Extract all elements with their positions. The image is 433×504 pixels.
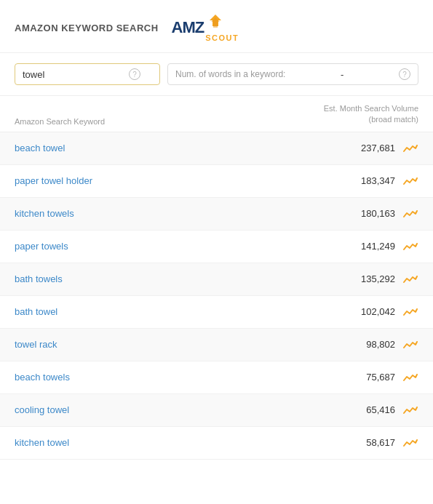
trend-icon (402, 404, 418, 416)
keyword-link[interactable]: beach towel (15, 143, 65, 153)
table-row: towel rack 98,802 (0, 329, 433, 361)
keyword-link[interactable]: kitchen towel (15, 437, 69, 448)
volume-number: 141,249 (348, 241, 395, 252)
trend-icon (402, 175, 418, 187)
volume-number: 183,347 (348, 175, 395, 186)
row-right: 237,681 (348, 143, 418, 154)
logo-icon (205, 13, 226, 33)
table-body: beach towel 237,681 paper towel holder 1… (0, 132, 433, 460)
table-row: beach towel 237,681 (0, 132, 433, 165)
logo-scout: SCOUT (205, 33, 239, 42)
num-words-label: Num. of words in a keyword: (175, 69, 285, 79)
table-row: paper towel holder 183,347 (0, 165, 433, 198)
keyword-link[interactable]: towel rack (15, 339, 57, 350)
volume-number: 65,416 (348, 404, 395, 415)
trend-icon (402, 339, 418, 351)
search-help-icon[interactable]: ? (129, 68, 140, 80)
col-volume-header: Est. Month Search Volume (broad match) (324, 103, 418, 126)
trend-icon (402, 306, 418, 318)
table-row: beach towels 75,687 (0, 361, 433, 394)
header: AMAZON KEYWORD SEARCH AMZ SCOUT (0, 0, 433, 53)
row-right: 141,249 (348, 241, 418, 252)
row-right: 65,416 (348, 404, 418, 416)
keyword-link[interactable]: bath towels (15, 273, 63, 284)
logo-scout-wrap: SCOUT (205, 13, 239, 42)
volume-number: 180,163 (348, 208, 395, 219)
search-bar: ? Num. of words in a keyword: - ? (0, 53, 433, 96)
row-right: 180,163 (348, 208, 418, 220)
volume-number: 237,681 (348, 143, 395, 153)
table-row: bath towels 135,292 (0, 263, 433, 296)
keyword-link[interactable]: cooling towel (15, 404, 69, 415)
trend-icon (402, 437, 418, 449)
volume-number: 98,802 (348, 339, 395, 350)
table-row: cooling towel 65,416 (0, 394, 433, 427)
keyword-link[interactable]: kitchen towels (15, 208, 74, 219)
table-row: bath towel 102,042 (0, 296, 433, 329)
keyword-link[interactable]: paper towels (15, 241, 68, 252)
trend-icon (402, 208, 418, 220)
logo-amz: AMZ (172, 18, 204, 37)
row-right: 58,617 (348, 437, 418, 449)
search-input-wrap[interactable]: ? (15, 63, 160, 85)
table-row: paper towels 141,249 (0, 231, 433, 263)
volume-number: 58,617 (348, 437, 395, 448)
keyword-link[interactable]: beach towels (15, 372, 70, 383)
volume-number: 75,687 (348, 372, 395, 383)
trend-icon (402, 372, 418, 383)
trend-icon (402, 241, 418, 252)
header-title: AMAZON KEYWORD SEARCH (15, 23, 159, 33)
row-right: 135,292 (348, 273, 418, 285)
trend-icon (402, 143, 418, 154)
num-words-help-icon[interactable]: ? (399, 68, 410, 80)
search-input[interactable] (23, 69, 124, 80)
volume-number: 102,042 (348, 306, 395, 317)
col-keyword-header: Amazon Search Keyword (15, 117, 105, 126)
num-words-wrap: Num. of words in a keyword: - ? (167, 63, 418, 85)
row-right: 75,687 (348, 372, 418, 383)
logo: AMZ SCOUT (172, 13, 239, 42)
volume-number: 135,292 (348, 273, 395, 284)
table-header: Amazon Search Keyword Est. Month Search … (0, 96, 433, 132)
row-right: 102,042 (348, 306, 418, 318)
row-right: 98,802 (348, 339, 418, 351)
keyword-link[interactable]: paper towel holder (15, 175, 92, 186)
row-right: 183,347 (348, 175, 418, 187)
table-row: kitchen towels 180,163 (0, 198, 433, 231)
num-words-value: - (291, 69, 393, 80)
keyword-link[interactable]: bath towel (15, 306, 57, 317)
trend-icon (402, 273, 418, 285)
table-row: kitchen towel 58,617 (0, 427, 433, 460)
